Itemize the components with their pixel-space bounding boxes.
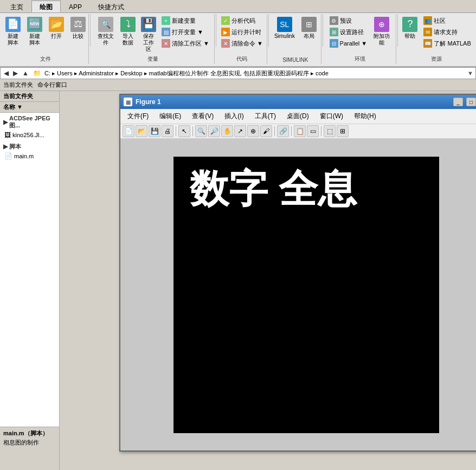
- fig-tool-zoom-out[interactable]: 🔎: [208, 125, 220, 137]
- ribbon-group-env: ⚙ 预设 ⊞ 设置路径 ⊟ Parallel ▼ ⊕ 附加功能: [324, 14, 397, 64]
- fig-tool-legend[interactable]: 📋: [294, 125, 306, 137]
- parallel-icon: ⊟: [330, 39, 338, 48]
- up-button[interactable]: ▲: [21, 69, 30, 77]
- fig-tool-cursor[interactable]: ↖: [178, 125, 190, 137]
- figure-maximize-button[interactable]: □: [466, 98, 476, 106]
- tab-home[interactable]: 主页: [2, 1, 31, 12]
- fig-tool-datacursor[interactable]: ⊕: [247, 125, 259, 137]
- addon-icon: ⊕: [374, 17, 389, 32]
- fig-tool-new[interactable]: 📄: [123, 125, 134, 137]
- main-content: 当前文件夹 名称 ▼ ▶ ACDSee JPEG 图... 🖼 kino256.…: [0, 91, 476, 470]
- fig-tool-brush[interactable]: 🖌: [260, 125, 272, 137]
- figure-menu-tools[interactable]: 工具(T): [250, 110, 281, 123]
- import-button[interactable]: ⤵ 导入数据: [118, 15, 138, 48]
- analyze-button[interactable]: ✓ 分析代码: [219, 15, 265, 26]
- var-group-label: 变量: [147, 55, 158, 63]
- fig-tool-open[interactable]: 📂: [136, 125, 147, 137]
- list-item[interactable]: 🖼 kino256.Jl...: [2, 131, 57, 139]
- compare-button[interactable]: ⚖ 比较: [68, 15, 88, 41]
- figure-titlebar: ▦ Figure 1 _ □ ✕: [120, 95, 476, 109]
- preferences-button[interactable]: ⚙ 预设: [327, 15, 370, 26]
- sep3: [268, 14, 269, 47]
- clear-workspace-button[interactable]: ✕ 清除工作区 ▼: [159, 38, 211, 49]
- sep4: [323, 14, 323, 47]
- image-file-icon: 🖼: [4, 131, 11, 139]
- import-icon: ⤵: [120, 17, 136, 32]
- new-var-icon: +: [162, 16, 170, 25]
- sep2: [216, 14, 216, 47]
- simulink-button[interactable]: SL Simulink: [272, 15, 298, 41]
- compare-icon: ⚖: [70, 17, 86, 32]
- learn-matlab-icon: 📖: [423, 39, 432, 48]
- address-path[interactable]: C: ▸ Users ▸ Administrator ▸ Desktop ▸ m…: [44, 69, 465, 78]
- back-button[interactable]: ◀: [3, 69, 10, 77]
- addr-dropdown-icon[interactable]: ▼: [467, 70, 473, 76]
- tab-app[interactable]: APP: [61, 1, 90, 12]
- figure-menu-desktop[interactable]: 桌面(D): [282, 110, 314, 123]
- fig-tool-rotate[interactable]: ↗: [234, 125, 246, 137]
- ribbon-help-buttons: ? 帮助 👥 社区 ✉ 请求支持 📖 了解 MATLAB: [400, 15, 473, 54]
- ribbon-simulink-buttons: SL Simulink ⊞ 布局: [272, 15, 319, 56]
- help-button[interactable]: ? 帮助: [400, 15, 420, 41]
- code-col: ✓ 分析代码 ▶ 运行并计时 ✕ 清除命令 ▼: [219, 15, 265, 49]
- bottom-filename: main.m（脚本）: [3, 429, 56, 437]
- figure-menu-help[interactable]: 帮助(H): [349, 110, 381, 123]
- fig-tool-pan[interactable]: ✋: [221, 125, 233, 137]
- clear-cmd-button[interactable]: ✕ 清除命令 ▼: [219, 38, 265, 49]
- tab-plot[interactable]: 绘图: [31, 1, 61, 12]
- env-group-label: 环境: [355, 55, 365, 63]
- ribbon-group-simulink: SL Simulink ⊞ 布局 SIMULINK: [270, 14, 321, 64]
- new-script-button[interactable]: 📄 新建脚本: [3, 15, 23, 48]
- addon-button[interactable]: ⊕ 附加功能: [370, 15, 393, 48]
- community-button[interactable]: 👥 社区: [421, 15, 473, 26]
- col-header: 名称 ▼: [0, 102, 59, 113]
- fig-tool-zoom-in[interactable]: 🔍: [195, 125, 207, 137]
- fig-tool-print[interactable]: 🖨: [162, 125, 173, 137]
- new-button[interactable]: 🆕 新建脚本: [24, 15, 45, 48]
- new-var-button[interactable]: + 新建变量: [159, 15, 211, 26]
- figure-canvas: 数字 全息: [120, 139, 476, 450]
- open-var-button[interactable]: ▤ 打开变量 ▼: [159, 27, 211, 37]
- figure-minimize-button[interactable]: _: [453, 98, 463, 106]
- figure-menu-edit[interactable]: 编辑(E): [155, 110, 186, 123]
- find-files-icon: 🔍: [98, 17, 113, 32]
- parallel-button[interactable]: ⊟ Parallel ▼: [327, 38, 370, 49]
- request-support-button[interactable]: ✉ 请求支持: [421, 27, 473, 37]
- fig-tool-link[interactable]: 🔗: [277, 125, 289, 137]
- preferences-icon: ⚙: [330, 16, 338, 25]
- fig-tool-save[interactable]: 💾: [149, 125, 160, 137]
- fig-tool-colorbar[interactable]: ▭: [307, 125, 319, 137]
- run-parallel-button[interactable]: ▶ 运行并计时: [219, 27, 265, 37]
- set-path-button[interactable]: ⊞ 设置路径: [327, 27, 370, 37]
- clear-ws-icon: ✕: [162, 39, 170, 48]
- file-group-scripts: ▶ 脚本 📄 main.m: [0, 140, 59, 162]
- list-item[interactable]: 📄 main.m: [2, 152, 57, 160]
- ribbon: 📄 新建脚本 🆕 新建脚本 📂 打开 ⚖ 比较 文件: [0, 13, 476, 67]
- figure-menu-insert[interactable]: 插入(I): [220, 110, 248, 123]
- file-group-images-title: ▶ ACDSee JPEG 图...: [2, 114, 57, 131]
- clear-cmd-icon: ✕: [221, 39, 230, 48]
- fig-tool-tile[interactable]: ⊞: [337, 125, 349, 137]
- layout-button[interactable]: ⊞ 布局: [299, 15, 319, 41]
- ribbon-group-file: 📄 新建脚本 🆕 新建脚本 📂 打开 ⚖ 比较 文件: [2, 14, 89, 64]
- figure-window: ▦ Figure 1 _ □ ✕ 文件(F) 编辑(E) 查看(V) 插入(I)…: [119, 94, 476, 452]
- script-file-icon: 📄: [4, 152, 12, 160]
- find-files-button[interactable]: 🔍 查找文件: [94, 15, 117, 48]
- fig-tool-axes[interactable]: ⬚: [324, 125, 336, 137]
- fig-sep5: [321, 126, 321, 136]
- fig-sep2: [192, 126, 193, 136]
- figure-menu-window[interactable]: 窗口(W): [315, 110, 348, 123]
- figure-title-text: Figure 1: [136, 98, 450, 106]
- figure-title-icon: ▦: [124, 98, 132, 106]
- figure-menu-view[interactable]: 查看(V): [187, 110, 218, 123]
- file-group-scripts-title: ▶ 脚本: [2, 141, 57, 152]
- open-button[interactable]: 📂 打开: [46, 15, 67, 41]
- figure-menu-file[interactable]: 文件(F): [123, 110, 153, 123]
- save-button[interactable]: 💾 保存工作区: [139, 15, 158, 54]
- tab-shortcut[interactable]: 快捷方式: [90, 1, 132, 12]
- run-parallel-icon: ▶: [221, 28, 230, 36]
- learn-matlab-button[interactable]: 📖 了解 MATLAB: [421, 38, 473, 49]
- ribbon-file-buttons: 📄 新建脚本 🆕 新建脚本 📂 打开 ⚖ 比较: [3, 15, 88, 54]
- left-panel-title: 当前文件夹: [0, 91, 59, 102]
- forward-button[interactable]: ▶: [12, 69, 19, 77]
